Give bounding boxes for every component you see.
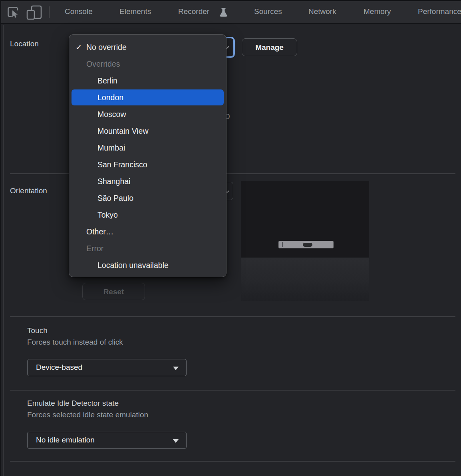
devtools-toolbar: Console Elements Recorder Sources Networ… — [0, 0, 461, 24]
window-left-edge — [0, 0, 1, 476]
tab-performance[interactable]: Performance — [418, 0, 461, 23]
menu-group-overrides: Overrides — [69, 56, 226, 72]
caret-down-icon — [173, 439, 179, 443]
devtools-sensors-panel: Console Elements Recorder Sources Networ… — [0, 0, 461, 476]
location-dropdown-menu: ✓ No override Overrides Berlin London Mo… — [69, 34, 227, 277]
menu-item-london[interactable]: London — [72, 89, 224, 105]
menu-item-location-unavailable[interactable]: Location unavailable — [69, 257, 226, 274]
inspect-element-icon[interactable] — [6, 5, 20, 20]
tab-memory[interactable]: Memory — [364, 0, 391, 23]
reset-button[interactable]: Reset — [82, 283, 145, 300]
menu-item-tokyo[interactable]: Tokyo — [69, 206, 226, 223]
menu-group-error: Error — [69, 240, 226, 257]
check-icon: ✓ — [76, 39, 82, 56]
toolbar-separator — [49, 6, 50, 18]
touch-title: Touch — [27, 326, 48, 335]
menu-item-san-francisco[interactable]: San Francisco — [69, 156, 226, 173]
section-divider — [10, 316, 455, 317]
menu-item-label: No override — [86, 43, 127, 52]
stage-floor — [241, 258, 369, 301]
orientation-preview-stage[interactable] — [241, 181, 369, 301]
menu-item-sao-paulo[interactable]: São Paulo — [69, 190, 226, 206]
tab-recorder[interactable]: Recorder — [178, 0, 209, 23]
manage-button[interactable]: Manage — [242, 38, 297, 56]
touch-select[interactable]: Device-based — [27, 359, 187, 376]
window-top-edge — [0, 0, 461, 1]
idle-select-value: No idle emulation — [36, 436, 95, 444]
menu-item-berlin[interactable]: Berlin — [69, 72, 226, 89]
tab-elements[interactable]: Elements — [119, 0, 151, 23]
orientation-label: Orientation — [10, 186, 47, 195]
section-divider — [10, 390, 455, 391]
menu-item-no-override[interactable]: ✓ No override — [69, 39, 226, 56]
touch-select-value: Device-based — [36, 363, 82, 371]
caret-down-icon — [173, 367, 179, 370]
menu-item-shanghai[interactable]: Shanghai — [69, 173, 226, 190]
touch-description: Forces touch instead of click — [27, 338, 123, 347]
idle-select[interactable]: No idle emulation — [27, 432, 187, 449]
toggle-device-toolbar-icon[interactable] — [26, 4, 43, 22]
tab-sources[interactable]: Sources — [254, 0, 282, 23]
tab-console[interactable]: Console — [65, 0, 93, 23]
idle-title: Emulate Idle Detector state — [27, 399, 119, 408]
section-divider — [10, 461, 455, 462]
phone-camera-pill — [303, 243, 312, 247]
phone-edge-line — [282, 242, 283, 247]
panel-left-border — [3, 25, 4, 476]
menu-item-other[interactable]: Other… — [69, 223, 226, 240]
menu-item-mountain-view[interactable]: Mountain View — [69, 123, 226, 139]
experiment-flask-icon — [219, 7, 228, 19]
device-preview-phone — [278, 241, 334, 248]
location-label: Location — [10, 40, 39, 48]
tab-network[interactable]: Network — [308, 0, 336, 23]
menu-item-moscow[interactable]: Moscow — [69, 106, 226, 123]
menu-item-mumbai[interactable]: Mumbai — [69, 139, 226, 156]
idle-description: Forces selected idle state emulation — [27, 411, 148, 419]
